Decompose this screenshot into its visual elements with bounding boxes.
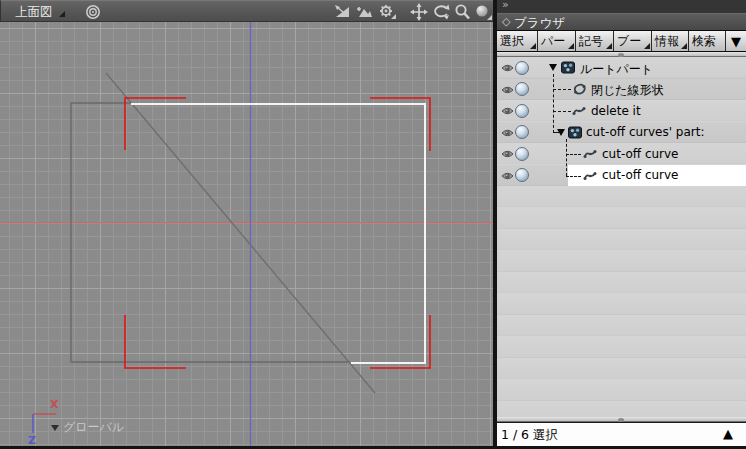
browser-status-bar: 1 / 6 選択 ▲ xyxy=(497,422,746,446)
tree-row-cutoff-curve-2-selected[interactable]: cut-off curve xyxy=(497,165,746,187)
tree-row-delete-it[interactable]: delete it xyxy=(497,100,746,122)
render-flag-ball[interactable] xyxy=(515,147,529,161)
render-flag-ball[interactable] xyxy=(515,82,529,96)
eye-visibility-icon[interactable] xyxy=(501,171,514,181)
coordinate-system-selector[interactable]: グローバル xyxy=(51,419,124,436)
eye-visibility-icon[interactable] xyxy=(501,106,514,116)
tree-row-cutoff-part[interactable]: cut-off curves' part: xyxy=(497,122,746,144)
tree-connector xyxy=(553,74,554,133)
tree-item-label[interactable]: cut-off curves' part: xyxy=(586,125,705,139)
curve-icon xyxy=(572,105,588,116)
tree-item-label[interactable]: cut-off curve xyxy=(602,168,679,182)
coordinate-dropdown-icon xyxy=(51,425,59,431)
render-flag-ball[interactable] xyxy=(515,125,529,139)
tree-connector xyxy=(566,176,581,177)
orbit-icon[interactable] xyxy=(432,3,451,21)
tab-select[interactable]: 選択 xyxy=(497,31,538,51)
tab-part[interactable]: パー xyxy=(538,31,576,51)
shape-cutoff-curve-selected xyxy=(131,104,425,363)
render-flag-ball[interactable] xyxy=(515,104,529,118)
pan-icon[interactable] xyxy=(409,3,429,21)
tree-connector xyxy=(553,111,571,112)
tab-info[interactable]: 情報 xyxy=(652,31,689,51)
curve-icon xyxy=(583,148,599,159)
tab-menu-icon xyxy=(530,43,536,49)
part-icon xyxy=(568,126,582,139)
gear-icon[interactable] xyxy=(377,3,397,21)
viewport-toolbar xyxy=(333,3,492,21)
tab-menu-icon xyxy=(681,43,687,49)
tab-menu-icon xyxy=(568,43,574,49)
eye-visibility-icon[interactable] xyxy=(501,149,514,159)
viewport-title[interactable]: 上面図 xyxy=(15,4,53,21)
render-flag-ball[interactable] xyxy=(515,61,529,75)
tree-item-label[interactable]: 閉じた線形状 xyxy=(591,82,664,99)
target-icon[interactable] xyxy=(85,4,101,20)
shape-cutoff-curve-unselected xyxy=(71,103,350,362)
selection-corner-brackets xyxy=(125,98,430,368)
tab-menu-icon xyxy=(606,43,612,49)
coordinate-label: グローバル xyxy=(63,419,124,436)
walkthrough-icon[interactable] xyxy=(333,3,352,21)
shape-delete-it-line xyxy=(106,73,375,393)
viewport-top-view[interactable]: 上面図 xyxy=(0,0,493,446)
tree-row-root-part[interactable]: ルートパート xyxy=(497,57,746,79)
tree-item-label[interactable]: ルートパート xyxy=(580,61,653,78)
tab-menu-icon xyxy=(644,43,650,49)
closed-line-shape-icon xyxy=(572,83,587,96)
collapse-panel-arrow[interactable]: ▲ xyxy=(723,426,733,441)
eye-visibility-icon[interactable] xyxy=(501,63,514,73)
panel-top-strip: » xyxy=(497,0,746,13)
panel-title-bar[interactable]: ◇ ブラウザ xyxy=(497,13,746,30)
tab-search[interactable]: 検索 xyxy=(689,31,726,51)
diamond-icon: ◇ xyxy=(502,15,510,28)
display-mode-sphere-icon[interactable] xyxy=(474,3,492,21)
tree-row-closed-line-shape[interactable]: 閉じた線形状 xyxy=(497,79,746,101)
axis-z-label: Z xyxy=(28,434,36,446)
browser-tab-bar: 選択 パー 記号 ブー 情報 検索 ▼ xyxy=(497,30,746,52)
tree-item-label[interactable]: cut-off curve xyxy=(602,147,679,161)
hierarchy-tree: ルートパート 閉じた線形状 xyxy=(497,57,746,417)
viewport-header: 上面図 xyxy=(0,0,493,22)
panel-expander-chevron[interactable]: » xyxy=(502,0,508,11)
tree-item-label[interactable]: delete it xyxy=(591,104,641,118)
browser-menu-button[interactable]: ▼ xyxy=(726,31,746,51)
expand-triangle-icon[interactable] xyxy=(549,64,557,71)
tree-connector xyxy=(553,132,559,133)
zoom-area-icon[interactable] xyxy=(355,3,374,21)
tree-row-cutoff-curve-1[interactable]: cut-off curve xyxy=(497,143,746,165)
viewport-grid[interactable]: X Z グローバル xyxy=(0,22,493,446)
app-window: 上面図 xyxy=(0,0,746,449)
browser-panel: » ◇ ブラウザ 選択 パー 記号 ブー 情報 検索 ▼ xyxy=(497,0,746,449)
part-icon xyxy=(561,61,575,74)
eye-visibility-icon[interactable] xyxy=(501,128,514,138)
viewport-shapes: X Z xyxy=(0,22,493,446)
tab-symbol[interactable]: 記号 xyxy=(576,31,614,51)
tree-connector xyxy=(566,139,567,176)
tree-connector xyxy=(553,89,571,90)
magnifier-icon[interactable] xyxy=(454,3,471,21)
tree-connector xyxy=(566,154,581,155)
eye-visibility-icon[interactable] xyxy=(501,85,514,95)
render-flag-ball[interactable] xyxy=(515,168,529,182)
tab-boolean[interactable]: ブー xyxy=(614,31,652,51)
axis-x-label: X xyxy=(50,398,59,411)
curve-icon xyxy=(583,170,599,181)
viewport-title-dropdown-icon[interactable] xyxy=(59,11,65,17)
selection-count: 1 / 6 選択 xyxy=(501,427,558,444)
